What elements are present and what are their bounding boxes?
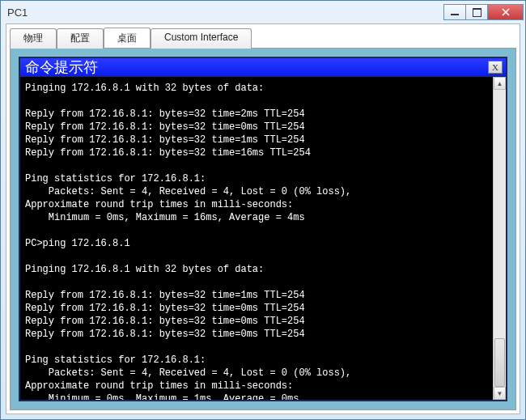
tab-physical[interactable]: 物理	[10, 28, 57, 49]
title-bar[interactable]: PC1	[1, 1, 525, 23]
app-window: PC1 物理 配置 桌面 Custom Interface 命令提示符 X	[0, 0, 526, 420]
window-title: PC1	[7, 6, 28, 19]
tab-desktop[interactable]: 桌面	[104, 28, 151, 48]
chevron-up-icon: ▲	[497, 80, 503, 87]
tab-config[interactable]: 配置	[57, 28, 104, 49]
terminal-output: Pinging 172.16.8.1 with 32 bytes of data…	[25, 83, 351, 400]
tab-custom-interface[interactable]: Custom Interface	[151, 28, 252, 49]
tab-content: 命令提示符 X Pinging 172.16.8.1 with 32 bytes…	[10, 48, 516, 410]
maximize-button[interactable]	[465, 4, 488, 20]
scroll-up-button[interactable]: ▲	[494, 77, 506, 90]
command-prompt-window: 命令提示符 X Pinging 172.16.8.1 with 32 bytes…	[19, 57, 507, 401]
window-controls	[444, 4, 524, 20]
tab-bar: 物理 配置 桌面 Custom Interface	[6, 24, 520, 48]
close-x-label: X	[492, 62, 498, 72]
command-prompt-close-button[interactable]: X	[488, 61, 503, 74]
scroll-track[interactable]	[494, 90, 506, 387]
terminal[interactable]: Pinging 172.16.8.1 with 32 bytes of data…	[20, 77, 493, 400]
window-body: 物理 配置 桌面 Custom Interface 命令提示符 X Pingin…	[6, 23, 520, 414]
scroll-down-button[interactable]: ▼	[494, 387, 506, 400]
terminal-container: Pinging 172.16.8.1 with 32 bytes of data…	[20, 76, 506, 400]
command-prompt-title: 命令提示符	[25, 57, 488, 77]
scrollbar[interactable]: ▲ ▼	[493, 77, 506, 400]
minimize-button[interactable]	[443, 4, 466, 20]
close-icon	[502, 8, 510, 16]
command-prompt-titlebar[interactable]: 命令提示符 X	[20, 58, 506, 76]
close-button[interactable]	[487, 4, 524, 20]
scroll-thumb[interactable]	[494, 338, 505, 387]
chevron-down-icon: ▼	[497, 390, 503, 397]
